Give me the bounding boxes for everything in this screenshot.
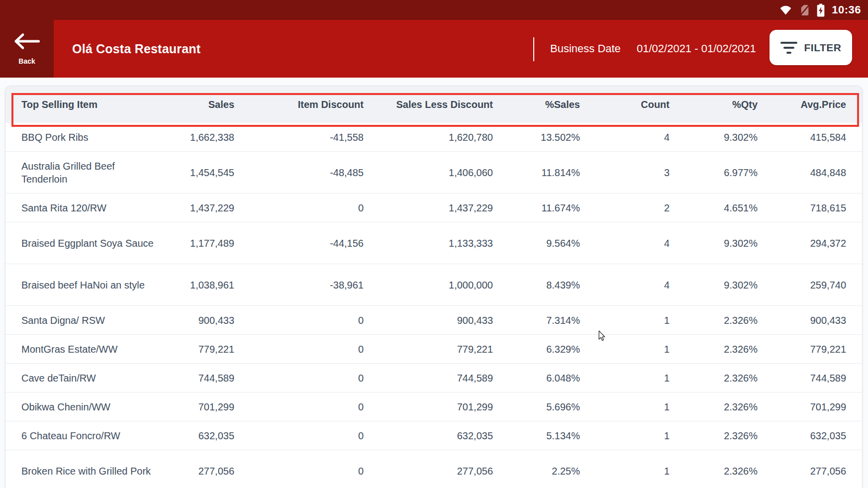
- table-row[interactable]: Australia Grilled Beef Tenderloin 1,454,…: [5, 152, 862, 194]
- cell-avg-price: 277,056: [758, 465, 846, 478]
- cell-sales-less-discount: 1,406,060: [364, 166, 493, 179]
- cell-sales-less-discount: 701,299: [364, 400, 493, 413]
- cell-avg-price: 779,221: [758, 343, 846, 356]
- cell-percent-sales: 11.814%: [493, 166, 580, 179]
- cell-percent-qty: 9.302%: [670, 237, 758, 250]
- cell-percent-qty: 2.326%: [670, 429, 758, 442]
- cell-item-name: Santa Digna/ RSW: [5, 314, 155, 327]
- cell-avg-price: 718,615: [758, 201, 846, 214]
- table-row[interactable]: Santa Rita 120/RW 1,437,229 0 1,437,229 …: [5, 194, 862, 222]
- cell-percent-qty: 9.302%: [670, 279, 758, 292]
- cell-percent-qty: 2.326%: [670, 372, 758, 385]
- cell-item-discount: 0: [234, 372, 364, 385]
- column-header-5: Count: [580, 98, 670, 111]
- cell-item-discount: -41,558: [234, 131, 364, 144]
- cell-avg-price: 632,035: [758, 429, 846, 442]
- cell-sales-less-discount: 779,221: [364, 343, 493, 356]
- cell-avg-price: 701,299: [758, 400, 846, 413]
- column-header-7: Avg.Price: [758, 98, 846, 111]
- cell-item-name: Santa Rita 120/RW: [5, 201, 155, 214]
- cell-item-discount: 0: [234, 201, 364, 214]
- cell-count: 1: [580, 429, 670, 442]
- cell-item-discount: -44,156: [234, 237, 364, 250]
- cell-item-discount: -48,485: [234, 166, 364, 179]
- back-button[interactable]: Back: [0, 20, 54, 78]
- back-label: Back: [18, 57, 35, 65]
- cell-sales-less-discount: 1,000,000: [364, 279, 493, 292]
- table-header-row: Top Selling ItemSalesItem DiscountSales …: [5, 86, 862, 123]
- cell-percent-sales: 5.696%: [493, 400, 580, 413]
- cell-sales: 1,437,229: [155, 201, 234, 214]
- cell-count: 2: [580, 201, 670, 214]
- cell-count: 1: [580, 372, 670, 385]
- table-body: BBQ Pork Ribs 1,662,338 -41,558 1,620,78…: [5, 123, 862, 488]
- cell-percent-qty: 2.326%: [670, 314, 758, 327]
- business-date-value[interactable]: 01/02/2021 - 01/02/2021: [637, 20, 756, 78]
- cell-count: 1: [580, 465, 670, 478]
- cell-percent-sales: 11.674%: [493, 201, 580, 214]
- cell-count: 1: [580, 400, 670, 413]
- status-bar: 10:36: [0, 0, 868, 20]
- cell-item-discount: 0: [234, 343, 364, 356]
- cell-sales: 779,221: [155, 343, 234, 356]
- cell-avg-price: 484,848: [758, 166, 846, 179]
- business-date-label: Business Date: [550, 20, 621, 78]
- cell-item-name: MontGras Estate/WW: [5, 343, 155, 356]
- cell-percent-sales: 7.314%: [493, 314, 580, 327]
- column-header-1: Sales: [155, 98, 234, 111]
- cell-sales-less-discount: 900,433: [364, 314, 493, 327]
- cell-count: 4: [580, 237, 670, 250]
- cell-percent-sales: 5.134%: [493, 429, 580, 442]
- cell-avg-price: 415,584: [758, 131, 846, 144]
- filter-button[interactable]: FILTER: [770, 30, 852, 65]
- cell-count: 4: [580, 279, 670, 292]
- cell-percent-sales: 9.564%: [493, 237, 580, 250]
- cell-item-name: Braised beef HaNoi an style: [5, 279, 155, 292]
- cell-percent-qty: 2.326%: [670, 400, 758, 413]
- cell-percent-qty: 2.326%: [670, 343, 758, 356]
- table-row[interactable]: Broken Rice with Grilled Pork 277,056 0 …: [5, 450, 862, 488]
- cell-item-discount: 0: [234, 400, 364, 413]
- table-row[interactable]: Braised Eggplant Soya Sauce 1,177,489 -4…: [5, 222, 862, 264]
- cell-sales: 277,056: [155, 465, 234, 478]
- cell-percent-qty: 9.302%: [670, 131, 758, 144]
- cell-count: 1: [580, 343, 670, 356]
- table-row[interactable]: MontGras Estate/WW 779,221 0 779,221 6.3…: [5, 335, 862, 364]
- cell-percent-sales: 13.502%: [493, 131, 580, 144]
- table-row[interactable]: BBQ Pork Ribs 1,662,338 -41,558 1,620,78…: [5, 123, 862, 152]
- column-header-2: Item Discount: [234, 98, 364, 111]
- app-header: Back Olá Costa Restaurant Business Date …: [0, 20, 868, 78]
- cell-count: 4: [580, 131, 670, 144]
- cell-avg-price: 259,740: [758, 279, 846, 292]
- cell-percent-qty: 4.651%: [670, 201, 758, 214]
- table-row[interactable]: Santa Digna/ RSW 900,433 0 900,433 7.314…: [5, 306, 862, 335]
- cell-sales: 744,589: [155, 372, 234, 385]
- table-row[interactable]: Obikwa Chenin/WW 701,299 0 701,299 5.696…: [5, 392, 862, 421]
- cell-sales-less-discount: 632,035: [364, 429, 493, 442]
- cell-percent-sales: 6.329%: [493, 343, 580, 356]
- cell-percent-sales: 2.25%: [493, 465, 580, 478]
- cell-item-name: Braised Eggplant Soya Sauce: [5, 237, 155, 250]
- table-row[interactable]: 6 Chateau Foncro/RW 632,035 0 632,035 5.…: [5, 421, 862, 450]
- cell-item-discount: 0: [234, 465, 364, 478]
- cell-sales: 1,038,961: [155, 279, 234, 292]
- cell-sales-less-discount: 277,056: [364, 465, 493, 478]
- cell-sales: 900,433: [155, 314, 234, 327]
- column-header-0: Top Selling Item: [5, 98, 155, 111]
- cell-sales-less-discount: 1,133,333: [364, 237, 493, 250]
- cell-sales: 1,662,338: [155, 131, 234, 144]
- table-row[interactable]: Braised beef HaNoi an style 1,038,961 -3…: [5, 264, 862, 306]
- table-row[interactable]: Cave deTain/RW 744,589 0 744,589 6.048% …: [5, 364, 862, 392]
- cell-item-discount: -38,961: [234, 279, 364, 292]
- cell-count: 3: [580, 166, 670, 179]
- filter-icon: [780, 42, 797, 54]
- cell-item-name: Cave deTain/RW: [5, 372, 155, 385]
- back-arrow-icon: [13, 32, 41, 52]
- filter-button-label: FILTER: [804, 42, 842, 54]
- cell-sales-less-discount: 1,437,229: [364, 201, 493, 214]
- cell-item-name: Broken Rice with Grilled Pork: [5, 465, 155, 478]
- cell-item-name: Australia Grilled Beef Tenderloin: [5, 160, 155, 186]
- column-header-6: %Qty: [670, 98, 758, 111]
- cell-sales: 1,177,489: [155, 237, 234, 250]
- cell-sales-less-discount: 1,620,780: [364, 131, 493, 144]
